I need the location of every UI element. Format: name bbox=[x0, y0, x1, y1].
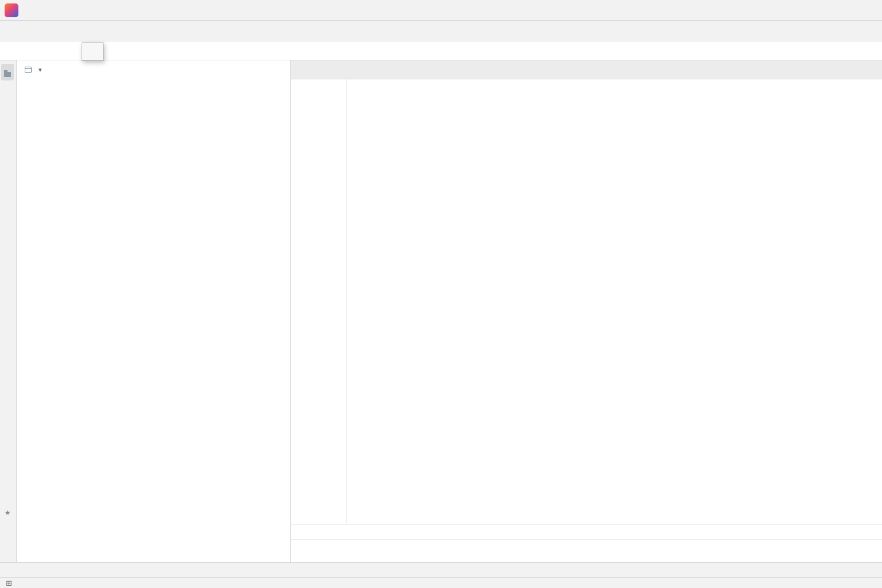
intellij-logo bbox=[5, 3, 18, 17]
tool-stripe-project[interactable] bbox=[1, 64, 14, 80]
editor-breadcrumbs bbox=[291, 524, 882, 539]
star-icon: ★ bbox=[5, 509, 11, 517]
editor-body[interactable] bbox=[291, 79, 882, 524]
project-panel-header: ▾ bbox=[17, 60, 290, 79]
project-window-icon bbox=[25, 67, 32, 73]
project-panel: ▾ bbox=[17, 60, 291, 562]
tool-window-switcher-icon[interactable]: ⊞ bbox=[6, 579, 12, 587]
tool-stripe-favorites[interactable]: ★ bbox=[1, 502, 14, 520]
navigation-bar bbox=[0, 41, 882, 60]
gutter-separator bbox=[346, 79, 347, 524]
main-toolbar bbox=[0, 21, 882, 41]
chevron-down-icon[interactable]: ▾ bbox=[39, 66, 42, 74]
main-area: ★ ▾ bbox=[0, 60, 882, 562]
editor-area bbox=[291, 60, 882, 562]
project-stripe-folder-icon bbox=[4, 72, 11, 77]
tool-stripe-structure[interactable] bbox=[1, 442, 5, 449]
menubar bbox=[0, 0, 882, 21]
project-tree bbox=[17, 79, 290, 562]
annotation-ellipse bbox=[449, 209, 563, 240]
forward-tooltip bbox=[82, 43, 103, 61]
tool-window-bar bbox=[0, 562, 882, 577]
editor-bottom-tabs bbox=[291, 539, 882, 562]
ide-window: ★ ▾ ⊞ bbox=[0, 0, 882, 588]
status-bar: ⊞ bbox=[0, 577, 882, 588]
editor-tab-bar bbox=[291, 60, 882, 79]
left-tool-stripe: ★ bbox=[0, 60, 17, 562]
